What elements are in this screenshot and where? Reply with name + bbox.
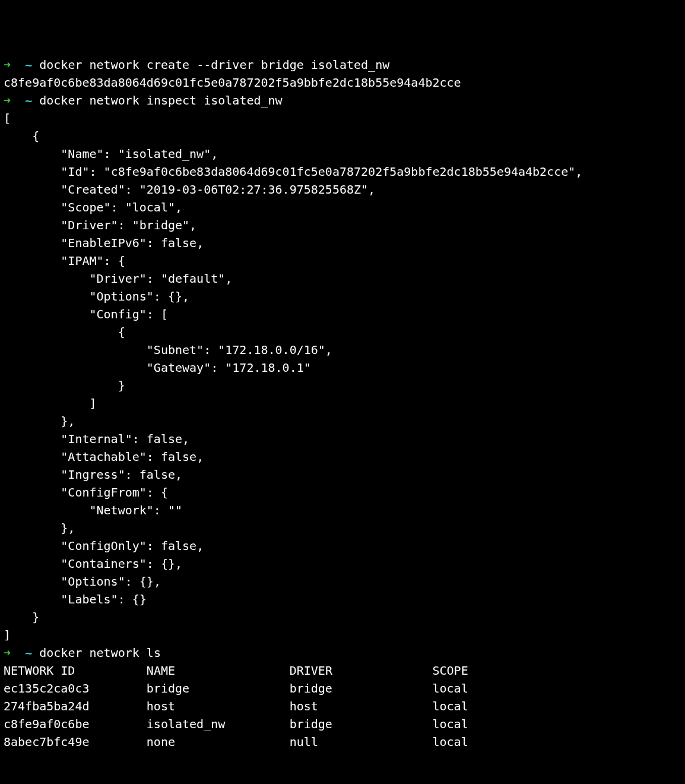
output-line: ] — [4, 396, 97, 410]
col-scope: SCOPE — [433, 663, 468, 678]
prompt-tilde: ~ — [25, 93, 32, 108]
table-header: NETWORK ID NAME DRIVER SCOPE — [4, 663, 468, 678]
output-line: "Name": "isolated_nw", — [4, 147, 218, 161]
output-line: [ — [4, 111, 11, 125]
output-line: "Created": "2019-03-06T02:27:36.97582556… — [4, 182, 375, 197]
output-line: { — [4, 129, 39, 143]
output-line: "EnableIPv6": false, — [4, 236, 204, 250]
table-body: ec135c2ca0c3 bridge bridge local 274fba5… — [4, 681, 468, 749]
output-line: "Labels": {} — [4, 592, 147, 606]
prompt-tilde: ~ — [25, 58, 32, 72]
output-line: "ConfigFrom": { — [4, 485, 168, 500]
col-name: NAME — [147, 663, 175, 678]
terminal-output[interactable]: ➜ ~ docker network create --driver bridg… — [4, 56, 681, 751]
prompt-arrow-icon: ➜ — [4, 93, 11, 108]
output-line: ] — [4, 628, 11, 642]
output-line: "Containers": {}, — [4, 557, 182, 571]
command-line: docker network inspect isolated_nw — [39, 93, 282, 108]
output-line: }, — [4, 521, 75, 535]
col-driver: DRIVER — [290, 663, 332, 678]
output-line: "Scope": "local", — [4, 200, 182, 214]
prompt-arrow-icon: ➜ — [4, 58, 11, 72]
output-line: "Options": {}, — [4, 289, 189, 304]
output-line: "Gateway": "172.18.0.1" — [4, 361, 311, 375]
output-line: c8fe9af0c6be83da8064d69c01fc5e0a787202f5… — [4, 75, 461, 90]
output-line: "Id": "c8fe9af0c6be83da8064d69c01fc5e0a7… — [4, 165, 582, 179]
output-line: } — [4, 610, 39, 624]
output-line: "IPAM": { — [4, 254, 125, 268]
command-line: docker network ls — [39, 646, 161, 660]
output-line: { — [4, 325, 125, 339]
prompt-arrow-icon: ➜ — [4, 646, 11, 660]
command-line: docker network create --driver bridge is… — [39, 58, 389, 72]
output-line: "Subnet": "172.18.0.0/16", — [4, 343, 332, 357]
output-line: "Network": "" — [4, 503, 182, 517]
output-line: "Driver": "bridge", — [4, 218, 196, 232]
col-network-id: NETWORK ID — [4, 663, 75, 678]
output-line: "ConfigOnly": false, — [4, 539, 204, 553]
output-line: "Config": [ — [4, 307, 168, 321]
output-line: } — [4, 378, 125, 393]
output-line: }, — [4, 414, 75, 428]
output-line: "Driver": "default", — [4, 271, 232, 286]
output-line: "Ingress": false, — [4, 467, 182, 482]
output-line: "Options": {}, — [4, 574, 161, 589]
output-line: "Internal": false, — [4, 432, 189, 446]
output-line: "Attachable": false, — [4, 450, 204, 464]
prompt-tilde: ~ — [25, 646, 32, 660]
